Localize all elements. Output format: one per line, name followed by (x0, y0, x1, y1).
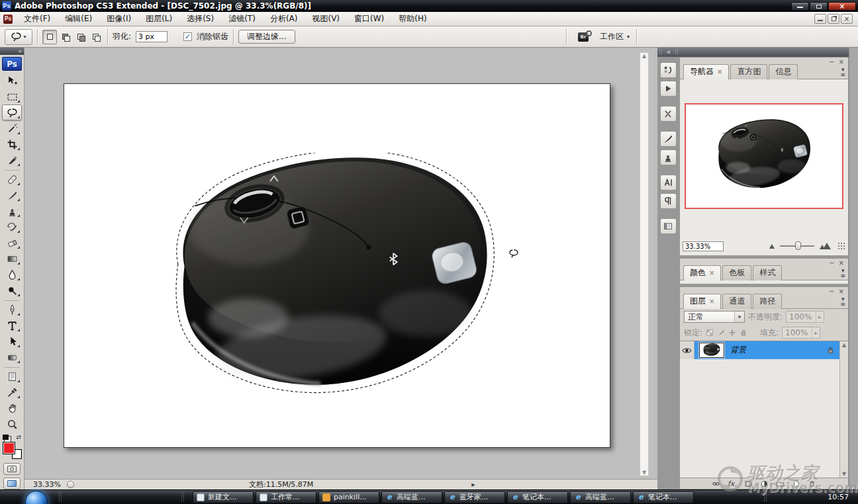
default-colors-icon[interactable] (3, 435, 9, 440)
shape-tool[interactable] (2, 349, 22, 365)
clone-source-panel-button[interactable] (660, 149, 677, 165)
layer-row-background[interactable]: 背景 (680, 341, 839, 359)
menu-layer[interactable]: 图层(L) (138, 13, 179, 25)
swap-colors-icon[interactable]: ⇄ (16, 435, 21, 440)
panel-resize-grip[interactable] (837, 242, 845, 250)
brush-tool[interactable] (2, 187, 22, 203)
panel-menu-icon[interactable]: ▾≡ (840, 67, 845, 77)
tab-channels[interactable]: 通道 (722, 294, 751, 309)
magic-wand-tool[interactable] (2, 120, 22, 136)
tab-swatches[interactable]: 色板 (722, 265, 751, 280)
taskbar-clock[interactable]: 10:57 (828, 493, 849, 501)
menu-file[interactable]: 文件(F) (17, 13, 58, 25)
quicklaunch-viewer[interactable] (154, 492, 164, 502)
intersect-selection-mode-button[interactable] (88, 30, 103, 44)
task-ie-2[interactable]: e 蓝牙家... (444, 491, 505, 503)
current-tool-preview[interactable]: ▾ (5, 29, 32, 45)
menu-edit[interactable]: 编辑(E) (58, 13, 99, 25)
brushes-panel-button[interactable] (660, 131, 677, 147)
pen-tool[interactable] (2, 302, 22, 317)
layer-visibility-cell[interactable] (680, 341, 694, 359)
bridge-button[interactable]: Br (573, 30, 593, 44)
panel-close-icon[interactable]: × (839, 59, 844, 65)
menu-filter[interactable]: 滤镜(T) (221, 13, 263, 25)
new-layer-icon[interactable] (792, 480, 800, 488)
scroll-down-icon[interactable]: ▼ (642, 470, 646, 476)
foreground-color-swatch[interactable] (3, 442, 15, 454)
notes-tool[interactable] (2, 368, 22, 384)
layer-comps-panel-button[interactable] (660, 218, 677, 234)
zoom-out-icon[interactable] (769, 244, 775, 249)
subtract-selection-mode-button[interactable] (73, 30, 87, 44)
tab-histogram[interactable]: 直方图 (730, 64, 767, 79)
tab-color[interactable]: 颜色 × (683, 265, 721, 280)
status-flyout-arrow[interactable]: ▸ (471, 480, 475, 489)
tab-close-icon[interactable]: × (717, 68, 722, 75)
crop-tool[interactable] (2, 136, 22, 152)
quicklaunch-app-h[interactable] (167, 492, 177, 502)
quicklaunch-remote[interactable] (91, 492, 101, 502)
lock-transparency-icon[interactable] (706, 329, 714, 337)
layers-scrollbar[interactable]: ▲ ▼ (839, 341, 848, 478)
close-button[interactable]: × (828, 2, 856, 11)
paragraph-panel-button[interactable] (660, 193, 677, 209)
zoom-slider-thumb[interactable] (795, 241, 801, 250)
fill-field[interactable]: 100% ▸ (782, 327, 820, 339)
layer-style-icon[interactable]: fx. (728, 480, 737, 488)
tab-styles[interactable]: 样式 (753, 265, 782, 280)
panel-menu-icon[interactable]: ▾≡ (840, 268, 845, 278)
lock-position-icon[interactable] (728, 329, 736, 337)
menu-analysis[interactable]: 分析(A) (263, 13, 305, 25)
screen-mode-button[interactable] (3, 478, 21, 489)
menu-help[interactable]: 帮助(H) (391, 13, 434, 25)
quicklaunch-desktop[interactable] (66, 492, 76, 502)
tray-input[interactable] (812, 493, 821, 502)
quick-mask-button[interactable] (3, 463, 21, 475)
quicklaunch-app-c[interactable] (142, 492, 152, 502)
minimize-button[interactable] (791, 2, 809, 11)
restore-button[interactable] (810, 2, 828, 11)
tool-presets-panel-button[interactable] (660, 106, 677, 122)
zoom-in-icon[interactable] (820, 243, 831, 249)
hand-tool[interactable] (2, 400, 22, 416)
tab-layers[interactable]: 图层 × (683, 294, 721, 309)
path-select-tool[interactable] (2, 333, 22, 349)
feather-input[interactable] (136, 31, 167, 42)
canvas-area[interactable]: ▲ ▼ 33.33% 文档:11.5M/5.87M ▸ (24, 48, 657, 489)
task-ie-5[interactable]: e 笔记本... (633, 491, 694, 503)
status-zoom-level[interactable]: 33.33% (33, 480, 61, 489)
quicklaunch-media[interactable] (117, 492, 126, 502)
new-group-icon[interactable] (776, 480, 785, 488)
history-brush-tool[interactable] (2, 219, 22, 235)
tray-im[interactable] (799, 493, 808, 502)
lock-all-icon[interactable] (739, 329, 747, 337)
healing-brush-tool[interactable] (2, 171, 22, 187)
task-notepad-1[interactable]: 新建文... (193, 491, 254, 503)
marquee-tool[interactable] (2, 89, 22, 105)
tab-close-icon[interactable]: × (709, 298, 714, 305)
quicklaunch-ie[interactable] (129, 492, 139, 502)
tab-close-icon[interactable]: × (709, 269, 714, 276)
task-ie-4[interactable]: e 高端蓝... (570, 491, 631, 503)
gradient-tool[interactable] (2, 251, 22, 267)
navigator-zoom-slider[interactable] (780, 245, 815, 247)
task-ie-3[interactable]: e 笔记本... (507, 491, 568, 503)
panel-menu-icon[interactable]: ▾≡ (840, 296, 845, 307)
move-tool[interactable] (2, 73, 22, 89)
scroll-up-icon[interactable]: ▲ (642, 53, 646, 59)
doc-restore-button[interactable] (828, 14, 839, 24)
delete-layer-icon[interactable] (808, 480, 816, 488)
dock-header[interactable]: « » (657, 48, 858, 57)
navigator-zoom-input[interactable] (683, 241, 724, 251)
eyedropper-tool[interactable] (2, 384, 22, 400)
add-selection-mode-button[interactable] (58, 30, 72, 44)
task-notepad-2[interactable]: 工作常... (256, 491, 316, 503)
tab-info[interactable]: 信息 (769, 64, 798, 79)
eraser-tool[interactable] (2, 235, 22, 251)
type-tool[interactable] (2, 317, 22, 333)
start-button[interactable] (25, 491, 48, 504)
document-canvas[interactable] (64, 83, 610, 448)
clone-stamp-tool[interactable] (2, 203, 22, 219)
add-layer-mask-icon[interactable] (744, 480, 753, 488)
doc-minimize-button[interactable] (814, 14, 826, 24)
